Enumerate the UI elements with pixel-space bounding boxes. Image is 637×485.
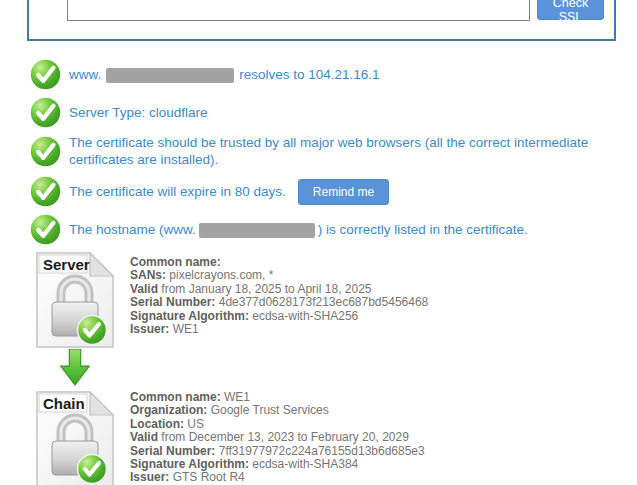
cert-field: Common name: WE1 (130, 391, 425, 404)
redacted-domain-block (199, 223, 315, 238)
field-label: Signature Algorithm: (130, 309, 249, 323)
field-value: US (187, 417, 204, 431)
cert-label: Chain (43, 395, 85, 412)
server-certificate-details: Common name: SANs: pixelcrayons.com, * V… (130, 256, 428, 336)
field-value: 7ff31977972c224a76155d13b6d685e3 (219, 444, 425, 458)
result-text-after: ) is correctly listed in the certificate… (318, 222, 528, 237)
field-value: pixelcrayons.com, * (169, 268, 273, 282)
cert-field: Serial Number: 7ff31977972c224a76155d13b… (130, 445, 425, 458)
cert-field: Valid from January 18, 2025 to April 18,… (130, 283, 428, 296)
success-check-icon (30, 97, 61, 128)
field-value: 4de377d0628173f213ec687bd5456468 (219, 295, 429, 309)
result-row-hostname: The hostname (www.) is correctly listed … (30, 214, 528, 245)
field-label: Organization: (130, 403, 207, 417)
cert-field: Issuer: GTS Root R4 (130, 471, 425, 484)
result-text-before: The hostname (www. (69, 222, 196, 237)
result-text: The certificate will expire in 80 days. (69, 183, 286, 200)
field-label: SANs: (130, 268, 166, 282)
check-form-panel: Check SSL (27, 0, 616, 41)
cert-field: SANs: pixelcrayons.com, * (130, 269, 428, 282)
ssl-checker-page: Check SSL www.resolves to 104.21.16.1 Se… (0, 0, 637, 485)
cert-field: Signature Algorithm: ecdsa-with-SHA384 (130, 458, 425, 471)
field-label: Common name: (130, 390, 221, 404)
field-label: Valid (130, 430, 158, 444)
result-text-before: www. (69, 67, 101, 82)
field-value: WE1 (224, 390, 250, 404)
result-text: The certificate should be trusted by all… (69, 134, 614, 168)
cert-field: Valid from December 13, 2023 to February… (130, 431, 425, 444)
field-value: ecdsa-with-SHA384 (252, 457, 358, 471)
cert-field: Signature Algorithm: ecdsa-with-SHA256 (130, 310, 428, 323)
result-row-expiry: The certificate will expire in 80 days. … (30, 176, 389, 207)
redacted-domain-block (106, 68, 234, 83)
success-check-icon (30, 176, 61, 207)
field-label: Issuer: (130, 322, 169, 336)
cert-field: Location: US (130, 418, 425, 431)
cert-field: Organization: Google Trust Services (130, 404, 425, 417)
field-value: from January 18, 2025 to April 18, 2025 (161, 282, 371, 296)
success-check-icon (30, 59, 61, 90)
result-text-after: resolves to 104.21.16.1 (239, 67, 379, 82)
cert-label: Server (43, 256, 90, 273)
result-text: The hostname (www.) is correctly listed … (69, 221, 528, 238)
success-check-icon (30, 136, 61, 167)
result-row-trusted: The certificate should be trusted by all… (30, 134, 614, 168)
cert-field: Serial Number: 4de377d0628173f213ec687bd… (130, 296, 428, 309)
field-label: Common name: (130, 255, 221, 269)
check-ssl-button[interactable]: Check SSL (537, 0, 604, 20)
field-value: from December 13, 2023 to February 20, 2… (161, 430, 408, 444)
chain-certificate-icon: Chain (32, 389, 118, 485)
field-value: WE1 (173, 322, 199, 336)
cert-field: Common name: (130, 256, 428, 269)
server-certificate-icon: Server (32, 250, 118, 350)
success-check-icon (30, 214, 61, 245)
field-label: Signature Algorithm: (130, 457, 249, 471)
result-row-resolves: www.resolves to 104.21.16.1 (30, 59, 380, 90)
field-label: Valid (130, 282, 158, 296)
cert-field: Issuer: WE1 (130, 323, 428, 336)
chain-certificate-details: Common name: WE1 Organization: Google Tr… (130, 391, 425, 485)
field-label: Issuer: (130, 470, 169, 484)
field-value: GTS Root R4 (173, 470, 245, 484)
field-value: ecdsa-with-SHA256 (252, 309, 358, 323)
domain-input[interactable] (67, 0, 530, 21)
remind-me-button[interactable]: Remind me (298, 179, 389, 205)
field-label: Serial Number: (130, 295, 215, 309)
chain-arrow-down-icon (57, 349, 93, 387)
field-value: Google Trust Services (211, 403, 329, 417)
field-label: Location: (130, 417, 184, 431)
result-text: www.resolves to 104.21.16.1 (69, 66, 380, 83)
result-text: Server Type: cloudflare (69, 104, 208, 121)
result-row-server-type: Server Type: cloudflare (30, 97, 208, 128)
field-label: Serial Number: (130, 444, 215, 458)
